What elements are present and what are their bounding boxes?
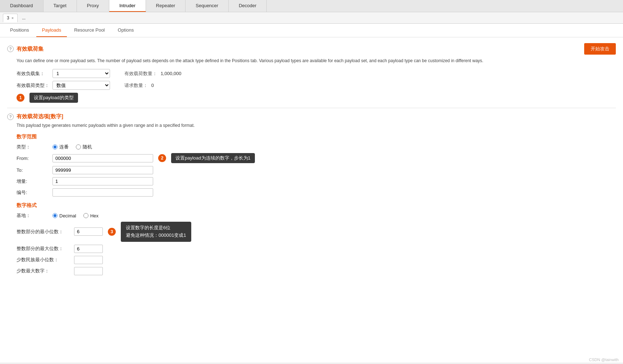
- type-label: 类型：: [17, 144, 52, 150]
- tab-item-3[interactable]: 3 ×: [3, 14, 18, 22]
- radio-random-label: 随机: [83, 144, 92, 150]
- radio-serial-label: 连番: [59, 144, 69, 150]
- min-frac-digits-label: 少数民族最小位数：: [17, 257, 74, 263]
- radio-serial[interactable]: 连番: [52, 144, 69, 150]
- sub-tab-positions[interactable]: Positions: [4, 24, 35, 37]
- numeric-format-title: 数字格式: [17, 202, 616, 209]
- nav-tab-dashboard[interactable]: Dashboard: [0, 0, 43, 12]
- max-frac-digits-input[interactable]: [74, 267, 103, 275]
- min-int-digits-row: 整数部分的最小位数： 3 设置数字的长度是6位 避免这种情况：000001变成1: [17, 222, 616, 242]
- radio-decimal[interactable]: Decimal: [52, 213, 76, 218]
- nav-tab-repeater[interactable]: Repeater: [146, 0, 185, 12]
- min-int-digits-label: 整数部分的最小位数：: [17, 229, 74, 235]
- payload-count-label: 有效载荷数量：: [124, 71, 157, 76]
- top-nav: Dashboard Target Proxy Intruder Repeater…: [0, 0, 623, 12]
- payload-type-select[interactable]: 数值: [52, 81, 110, 90]
- max-int-digits-input[interactable]: [74, 245, 103, 253]
- increment-row: 增量:: [17, 177, 616, 185]
- to-row: To:: [17, 166, 616, 174]
- min-int-digits-input[interactable]: [74, 227, 103, 236]
- request-count-container: 请求数量： 0: [124, 82, 154, 89]
- main-content: ? 有效载荷集 开始攻击 You can define one or more …: [0, 37, 623, 363]
- max-int-digits-label: 整数部分的最大位数：: [17, 245, 74, 252]
- tooltip1-badge: 1: [17, 94, 24, 102]
- payload-type-row: 有效载荷类型： 数值 请求数量： 0: [17, 81, 616, 90]
- increment-input[interactable]: [52, 177, 153, 185]
- from-label: From:: [17, 156, 52, 161]
- min-frac-digits-row: 少数民族最小位数：: [17, 256, 616, 264]
- tooltip1-box: 设置payload的类型: [29, 93, 78, 103]
- max-frac-digits-row: 少数最大数字：: [17, 267, 616, 275]
- nav-tab-decoder[interactable]: Decoder: [229, 0, 267, 12]
- serial-number-input[interactable]: [52, 188, 153, 197]
- payload-type-label: 有效载荷类型：: [17, 82, 52, 89]
- start-attack-button[interactable]: 开始攻击: [584, 43, 616, 55]
- type-radio-row: 类型： 连番 随机: [17, 144, 616, 150]
- tooltip3-badge: 3: [108, 228, 116, 236]
- payload-set-label: 有效负载集：: [17, 70, 52, 77]
- base-radio-group: Decimal Hex: [52, 213, 99, 218]
- tab-item-3-label: 3: [7, 15, 9, 20]
- to-input[interactable]: [52, 166, 153, 174]
- max-int-digits-row: 整数部分的最大位数：: [17, 245, 616, 253]
- payload-count-value: 1,000,000: [161, 71, 182, 76]
- max-frac-digits-label: 少数最大数字：: [17, 268, 74, 274]
- radio-serial-input[interactable]: [52, 144, 58, 149]
- tooltip2-badge: 2: [158, 154, 166, 162]
- radio-hex[interactable]: Hex: [83, 213, 99, 218]
- type-radio-group: 连番 随机: [52, 144, 92, 150]
- watermark: CSDN @tainwith: [589, 358, 619, 362]
- radio-random[interactable]: 随机: [76, 144, 92, 150]
- radio-decimal-input[interactable]: [52, 213, 58, 218]
- to-label: To:: [17, 167, 52, 173]
- tooltip1-wrapper: 1 设置payload的类型: [17, 93, 616, 103]
- from-input[interactable]: [52, 154, 153, 162]
- sub-tabs: Positions Payloads Resource Pool Options: [0, 24, 623, 37]
- radio-hex-input[interactable]: [83, 213, 88, 218]
- tooltip3-line2: 避免这种情况：000001变成1: [126, 232, 186, 239]
- radio-decimal-label: Decimal: [59, 213, 76, 218]
- radio-hex-label: Hex: [90, 213, 99, 218]
- section1-title: 有效载荷集: [17, 46, 43, 52]
- section2-header: ? 有效载荷选项[数字]: [7, 113, 616, 120]
- min-frac-digits-input[interactable]: [74, 256, 103, 264]
- sub-tab-resource-pool[interactable]: Resource Pool: [68, 24, 110, 37]
- section-divider-1: [7, 108, 616, 108]
- nav-tab-proxy[interactable]: Proxy: [77, 0, 109, 12]
- tooltip2-box: 设置payload为连续的数字，步长为1: [171, 153, 255, 163]
- tab-item-3-close[interactable]: ×: [12, 16, 14, 20]
- nav-tab-intruder[interactable]: Intruder: [109, 0, 146, 12]
- serial-number-label: 编号:: [17, 189, 52, 196]
- request-count-label: 请求数量：: [124, 83, 148, 88]
- payload-count-container: 有效载荷数量： 1,000,000: [124, 70, 181, 77]
- from-row: From: 2 设置payload为连续的数字，步长为1: [17, 153, 616, 163]
- section2-description: This payload type generates numeric payl…: [17, 122, 616, 129]
- section2-title: 有效载荷选项[数字]: [17, 113, 63, 120]
- payload-set-select[interactable]: 1: [52, 69, 110, 78]
- tab-ellipsis[interactable]: ...: [19, 14, 28, 22]
- numeric-range-title: 数字范围: [17, 134, 616, 140]
- base-label: 基地：: [17, 212, 52, 219]
- request-count-value: 0: [151, 83, 154, 88]
- nav-tab-target[interactable]: Target: [43, 0, 77, 12]
- section2-help-icon[interactable]: ?: [7, 114, 14, 120]
- tab-bar: 3 × ...: [0, 12, 623, 24]
- tooltip3-box: 设置数字的长度是6位 避免这种情况：000001变成1: [121, 222, 191, 242]
- increment-label: 增量:: [17, 178, 52, 185]
- serial-number-row: 编号:: [17, 188, 616, 197]
- section1-help-icon[interactable]: ?: [7, 46, 14, 52]
- sub-tab-options[interactable]: Options: [112, 24, 140, 37]
- sub-tab-payloads[interactable]: Payloads: [36, 24, 67, 37]
- section1-description: You can define one or more payload sets.…: [17, 57, 616, 64]
- tooltip3-line1: 设置数字的长度是6位: [126, 224, 186, 232]
- section1-header: ? 有效载荷集 开始攻击: [7, 43, 616, 55]
- payload-set-row: 有效负载集： 1 有效载荷数量： 1,000,000: [17, 69, 616, 78]
- nav-tab-sequencer[interactable]: Sequencer: [185, 0, 229, 12]
- base-row: 基地： Decimal Hex: [17, 212, 616, 219]
- radio-random-input[interactable]: [76, 144, 81, 149]
